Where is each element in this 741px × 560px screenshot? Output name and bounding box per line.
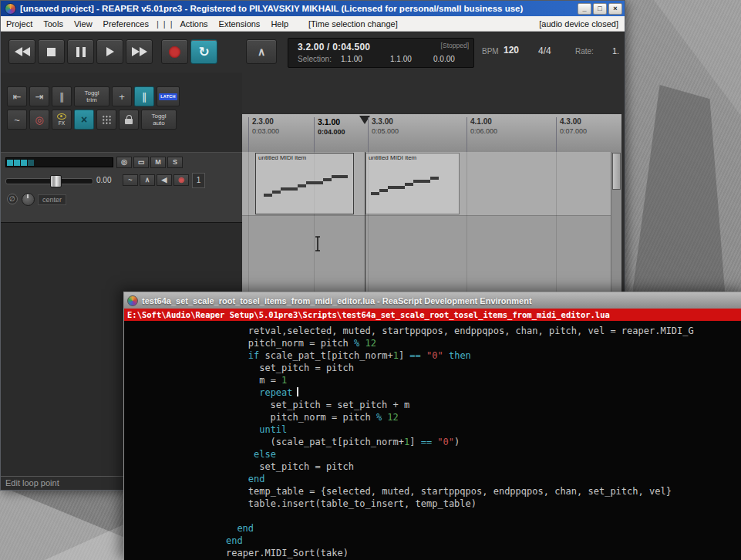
midi-item[interactable]: untitled MIDI item — [255, 153, 354, 214]
midi-note[interactable] — [396, 186, 405, 189]
code-line: repeat — [226, 386, 741, 399]
envelope-button[interactable]: ~ — [123, 174, 138, 186]
midi-note[interactable] — [430, 177, 439, 180]
toggle-auto-button[interactable]: Toggl auto — [141, 110, 177, 130]
menu-item-view[interactable]: View — [69, 19, 98, 29]
routing-button[interactable]: ~ — [7, 110, 27, 130]
code-line — [226, 510, 741, 522]
fast-forward-button[interactable] — [126, 39, 153, 64]
code-line: pitch_norm = pitch % 12 — [226, 411, 741, 423]
record-mode-button[interactable]: ◎ — [29, 110, 49, 130]
play-button[interactable] — [96, 39, 123, 64]
phase-icon: ∅ — [9, 195, 15, 203]
env-caret-button[interactable]: ∧ — [140, 174, 155, 186]
rewind-button[interactable] — [8, 39, 35, 64]
volume-slider-handle[interactable] — [50, 175, 62, 187]
ruler-mark[interactable]: 3.3.000:05.000 — [368, 117, 399, 152]
rate-value[interactable]: 1. — [612, 46, 619, 56]
fx-visibility-button[interactable]: FX — [52, 110, 72, 130]
record-button[interactable] — [161, 39, 188, 64]
menu-item-preferences[interactable]: Preferences — [98, 19, 154, 29]
phase-button[interactable]: ∅ — [7, 194, 18, 204]
reaper-titlebar[interactable]: [unsaved project] - REAPER v5.01pre3 - R… — [1, 1, 625, 16]
minimize-button[interactable]: _ — [578, 3, 591, 15]
ruler-mark[interactable]: 4.1.000:06.000 — [466, 117, 497, 152]
menu-separator: | — [161, 19, 168, 29]
code-line: end — [226, 522, 741, 535]
mute-button[interactable]: M — [150, 157, 166, 168]
code-editor[interactable]: retval,selected, muted, startppqpos, end… — [124, 321, 741, 560]
grid-button[interactable] — [96, 110, 116, 130]
prev-item-button[interactable]: ◀ — [157, 174, 172, 186]
ruler-mark[interactable]: 3.1.000:04.000 — [314, 117, 345, 152]
menu-item-tools[interactable]: Tools — [38, 19, 69, 29]
code-line: (scale_pat_t[pitch_norm+1] == "0") — [226, 436, 741, 448]
scrollbar-thumb[interactable] — [612, 153, 621, 190]
midi-note[interactable] — [405, 183, 413, 186]
record-mode-icon: ◎ — [35, 114, 43, 126]
midi-note[interactable] — [371, 192, 379, 195]
power-icon: ◎ — [121, 158, 127, 166]
close-docker-button[interactable]: × — [74, 110, 94, 130]
maximize-button[interactable]: □ — [593, 3, 607, 15]
menu-item-time-selection-change[interactable]: [Time selection change] — [303, 19, 403, 29]
midi-note[interactable] — [422, 180, 430, 183]
volume-slider-track[interactable] — [5, 178, 93, 184]
midi-note[interactable] — [315, 181, 323, 184]
midi-note[interactable] — [413, 180, 422, 183]
time-signature[interactable]: 4/4 — [538, 46, 551, 56]
menu-item-project[interactable]: Project — [1, 19, 38, 29]
reascript-titlebar[interactable]: test64a_set_scale_root_tosel_items_from_… — [124, 292, 741, 309]
timeline-ruler[interactable]: 2.3.000:03.0003.1.000:04.0003.3.000:05.0… — [242, 114, 621, 153]
code-line: set_pitch = set_pitch + m — [226, 399, 741, 411]
ruler-mark[interactable]: 4.3.000:07.000 — [556, 117, 587, 152]
pause-icon — [83, 47, 86, 57]
pan-knob[interactable] — [22, 193, 35, 206]
prev-item-icon: ◀ — [162, 176, 167, 184]
midi-note[interactable] — [379, 189, 388, 192]
transport-readout[interactable]: 3.2.00 / 0:04.500 [Stopped] Selection: 1… — [288, 38, 474, 68]
midi-note[interactable] — [306, 181, 315, 184]
track-monitor-button[interactable]: ▭ — [133, 157, 149, 168]
solo-button[interactable]: S — [167, 157, 183, 168]
lock-button[interactable] — [119, 110, 139, 130]
midi-note[interactable] — [281, 187, 289, 191]
midi-item[interactable]: untitled MIDI item — [365, 153, 460, 214]
nudge-left-button[interactable]: ⇤ — [7, 86, 27, 106]
menu-item-extensions[interactable]: Extensions — [214, 19, 266, 29]
code-line: until — [226, 423, 741, 436]
code-line: set_pitch = pitch — [226, 362, 741, 374]
midi-note[interactable] — [264, 194, 272, 197]
close-button[interactable]: × — [608, 3, 622, 15]
meter-toggle-button[interactable]: ∥ — [134, 86, 154, 106]
bpm-value[interactable]: 120 — [504, 45, 519, 56]
nudge-right-button[interactable]: ⇥ — [29, 86, 49, 106]
move-button[interactable]: + — [112, 86, 132, 106]
ruler-mark[interactable]: 2.3.000:03.000 — [248, 117, 279, 152]
stop-button[interactable] — [38, 39, 65, 64]
midi-note[interactable] — [298, 184, 306, 187]
menu-item-actions[interactable]: Actions — [174, 19, 213, 29]
code-line: reaper.MIDI_Sort(take) — [226, 547, 741, 559]
transport-bar: ↻ ∧ 3.2.00 / 0:04.500 [Stopped] Selectio… — [1, 32, 625, 73]
record-arm-button[interactable]: ◉ — [173, 174, 189, 186]
latch-button[interactable]: LATCH — [157, 86, 180, 106]
menu-item-help[interactable]: Help — [265, 19, 294, 29]
midi-note[interactable] — [323, 178, 332, 181]
midi-note[interactable] — [272, 191, 281, 194]
midi-note[interactable] — [388, 186, 396, 189]
midi-note[interactable] — [339, 175, 348, 178]
repeat-button[interactable]: ↻ — [190, 39, 217, 64]
latch-icon: LATCH — [159, 93, 177, 100]
play-icon — [106, 47, 114, 56]
pause-button[interactable] — [67, 39, 94, 64]
item-edge-button[interactable]: ∥ — [52, 86, 72, 106]
toggle-trim-button[interactable]: Toggl trim — [74, 86, 109, 106]
move-icon: + — [119, 91, 125, 103]
track-number[interactable]: 1 — [192, 173, 205, 188]
envelope-point-button[interactable]: ∧ — [246, 39, 277, 64]
track-power-button[interactable]: ◎ — [116, 157, 132, 168]
reaper-logo-icon — [5, 3, 16, 15]
midi-note[interactable] — [289, 187, 298, 191]
toolbar-row-2: ~ ◎ FX × Toggl auto — [7, 110, 177, 130]
